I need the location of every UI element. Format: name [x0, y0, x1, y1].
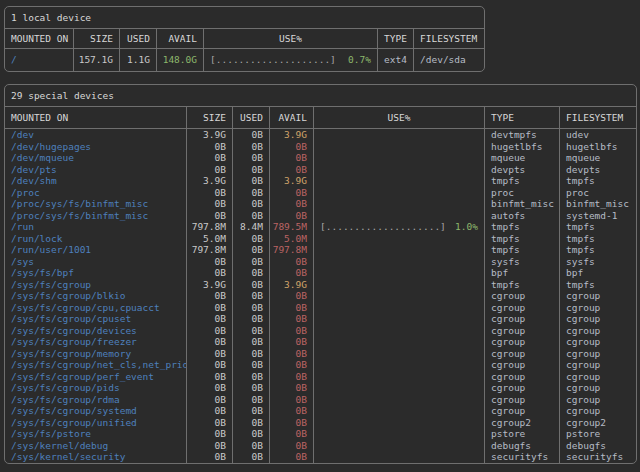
mount-point-cell: /sys/fs/cgroup/cpuset [5, 313, 187, 325]
used-cell: 0B [233, 267, 270, 279]
used-cell: 0B [233, 313, 270, 325]
mount-point-cell: /sys/fs/cgroup/memory [5, 348, 187, 360]
header-filesystem: FILESYSTEM [560, 107, 636, 128]
mount-point-cell: /dev/hugepages [5, 141, 187, 153]
type-cell: cgroup [485, 382, 560, 394]
used-cell: 0B [233, 164, 270, 176]
table-row: /sys/fs/cgroup/cpu,cpuacct0B0B0Bcgroupcg… [5, 302, 636, 314]
avail-cell: 0B [270, 336, 314, 348]
size-cell: 0B [187, 405, 233, 417]
type-cell: proc [485, 187, 560, 199]
terminal-screen[interactable]: 1 local device MOUNTED ON SIZE USED AVAI… [0, 0, 640, 464]
avail-cell: 0B [270, 417, 314, 429]
avail-cell: 0B [270, 267, 314, 279]
type-cell: hugetlbfs [485, 141, 560, 153]
table-row: /sys/fs/cgroup/perf_event0B0B0Bcgroupcgr… [5, 371, 636, 383]
used-cell: 0B [233, 244, 270, 256]
used-cell: 0B [233, 129, 270, 141]
used-cell: 0B [233, 359, 270, 371]
size-cell: 797.8M [187, 244, 233, 256]
use-percent-cell [314, 336, 485, 348]
table-row: /proc0B0B0Bprocproc [5, 187, 636, 199]
table-row: /dev/shm3.9G0B3.9Gtmpfstmpfs [5, 175, 636, 187]
local-table-body: /157.1G1.1G148.0G[....................]0… [5, 49, 484, 71]
avail-cell: 0B [270, 382, 314, 394]
mount-point-cell: /sys [5, 256, 187, 268]
mount-point-cell: /proc/sys/fs/binfmt_misc [5, 198, 187, 210]
local-table-title: 1 local device [5, 7, 484, 29]
used-cell: 0B [233, 394, 270, 406]
table-row: /dev/hugepages0B0B0Bhugetlbfshugetlbfs [5, 141, 636, 153]
used-cell: 0B [233, 256, 270, 268]
avail-cell: 0B [270, 302, 314, 314]
filesystem-cell: cgroup [560, 382, 636, 394]
size-cell: 0B [187, 198, 233, 210]
local-devices-table: 1 local device MOUNTED ON SIZE USED AVAI… [4, 6, 485, 72]
header-use-percent: USE% [314, 107, 485, 128]
mount-point-cell: /sys/fs/bpf [5, 267, 187, 279]
used-cell: 0B [233, 198, 270, 210]
type-cell: mqueue [485, 152, 560, 164]
local-table-header: MOUNTED ON SIZE USED AVAIL USE% TYPE FIL… [5, 29, 484, 49]
table-row: /sys/fs/cgroup/systemd0B0B0Bcgroupcgroup [5, 405, 636, 417]
type-cell: cgroup [485, 394, 560, 406]
table-row: /sys/fs/cgroup/pids0B0B0Bcgroupcgroup [5, 382, 636, 394]
avail-cell: 0B [270, 152, 314, 164]
used-cell: 0B [233, 325, 270, 337]
filesystem-cell: cgroup [560, 302, 636, 314]
type-cell: securityfs [485, 451, 560, 463]
size-cell: 0B [187, 371, 233, 383]
use-percent-cell [314, 141, 485, 153]
type-cell: cgroup [485, 325, 560, 337]
type-cell: cgroup [485, 313, 560, 325]
used-cell: 8.4M [233, 221, 270, 233]
filesystem-cell: securityfs [560, 451, 636, 463]
mount-point-cell: /run [5, 221, 187, 233]
table-row: /sys/kernel/debug0B0B0Bdebugfsdebugfs [5, 440, 636, 452]
size-cell: 0B [187, 417, 233, 429]
table-row: /run797.8M8.4M789.5M[...................… [5, 221, 636, 233]
avail-cell: 0B [270, 440, 314, 452]
use-percent-cell [314, 417, 485, 429]
use-percent-cell [314, 382, 485, 394]
used-cell: 0B [233, 152, 270, 164]
mount-point-cell: /sys/fs/cgroup/unified [5, 417, 187, 429]
table-row: /157.1G1.1G148.0G[....................]0… [5, 49, 484, 71]
size-cell: 0B [187, 336, 233, 348]
filesystem-cell: cgroup [560, 313, 636, 325]
use-percent-cell: [....................]0.7% [204, 49, 378, 71]
usage-bar: [....................] [320, 221, 446, 233]
table-row: /sys/fs/cgroup/freezer0B0B0Bcgroupcgroup [5, 336, 636, 348]
avail-cell: 0B [270, 210, 314, 222]
use-percent-cell [314, 302, 485, 314]
use-percent-cell [314, 210, 485, 222]
use-percent-cell [314, 405, 485, 417]
table-row: /run/user/1001797.8M0B797.8Mtmpfstmpfs [5, 244, 636, 256]
filesystem-cell: tmpfs [560, 233, 636, 245]
table-row: /sys/fs/cgroup/cpuset0B0B0Bcgroupcgroup [5, 313, 636, 325]
size-cell: 0B [187, 152, 233, 164]
used-cell: 1.1G [120, 49, 157, 71]
size-cell: 5.0M [187, 233, 233, 245]
mount-point-cell: /sys/fs/cgroup/systemd [5, 405, 187, 417]
used-cell: 0B [233, 428, 270, 440]
avail-cell: 0B [270, 325, 314, 337]
type-cell: cgroup2 [485, 417, 560, 429]
mount-point-cell: /sys/kernel/debug [5, 440, 187, 452]
table-row: /sys/fs/cgroup3.9G0B3.9Gtmpfstmpfs [5, 279, 636, 291]
type-cell: cgroup [485, 405, 560, 417]
table-row: /proc/sys/fs/binfmt_misc0B0B0Bautofssyst… [5, 210, 636, 222]
filesystem-cell: systemd-1 [560, 210, 636, 222]
size-cell: 0B [187, 187, 233, 199]
mount-point-cell: /proc [5, 187, 187, 199]
table-row: /sys0B0B0Bsysfssysfs [5, 256, 636, 268]
use-percent-cell [314, 164, 485, 176]
size-cell: 0B [187, 290, 233, 302]
mount-point-cell: /dev [5, 129, 187, 141]
filesystem-cell: pstore [560, 428, 636, 440]
filesystem-cell: cgroup [560, 336, 636, 348]
special-table-header: MOUNTED ON SIZE USED AVAIL USE% TYPE FIL… [5, 107, 636, 129]
header-size: SIZE [187, 107, 233, 128]
mount-point-cell: /proc/sys/fs/binfmt_misc [5, 210, 187, 222]
table-row: /sys/fs/cgroup/unified0B0B0Bcgroup2cgrou… [5, 417, 636, 429]
